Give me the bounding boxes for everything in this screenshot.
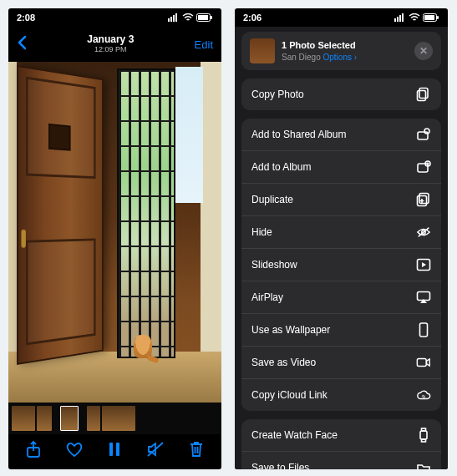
wifi-icon	[182, 13, 194, 22]
trash-button[interactable]	[186, 439, 206, 459]
options-link[interactable]: Options ›	[322, 53, 357, 62]
copy-photo-row[interactable]: Copy Photo	[241, 78, 441, 110]
thumbnail-scrubber[interactable]	[8, 403, 221, 434]
svg-rect-22	[418, 91, 426, 101]
svg-rect-20	[437, 16, 439, 19]
eye-slash-icon	[416, 225, 431, 240]
svg-rect-15	[397, 17, 399, 22]
favorite-button[interactable]	[64, 439, 84, 459]
svg-rect-40	[417, 359, 426, 367]
thumb-next[interactable]	[87, 406, 100, 431]
share-header: 1 Photo Selected San Diego Options › ✕	[241, 32, 441, 70]
status-right	[168, 13, 213, 22]
heart-icon	[65, 441, 84, 458]
thumb-gap	[53, 406, 58, 431]
status-time: 2:06	[243, 13, 262, 23]
row-label: Slideshow	[251, 259, 297, 271]
battery-icon	[196, 13, 213, 22]
shared-album-icon	[416, 127, 431, 142]
row-label: Save to Files	[251, 462, 309, 469]
svg-rect-14	[394, 18, 396, 22]
phone-rect-icon	[416, 322, 431, 337]
back-button[interactable]	[17, 35, 27, 54]
photo-illustration	[8, 62, 221, 403]
watch-icon	[416, 428, 431, 443]
pause-button[interactable]	[104, 439, 124, 459]
battery-icon	[423, 13, 439, 22]
svg-rect-9	[109, 443, 113, 456]
svg-rect-29	[419, 194, 429, 204]
svg-rect-5	[198, 15, 208, 20]
row-label: Add to Album	[251, 161, 311, 173]
date-label: January 3	[27, 34, 195, 45]
svg-rect-2	[173, 15, 175, 22]
watch-face-row[interactable]: Create Watch Face	[241, 419, 441, 451]
svg-rect-10	[116, 443, 119, 456]
save-video-row[interactable]: Save as Video	[241, 346, 441, 378]
row-label: Save as Video	[251, 357, 316, 368]
edit-button[interactable]: Edit	[195, 38, 213, 51]
thumb-next[interactable]	[102, 406, 135, 431]
trash-icon	[189, 441, 204, 458]
svg-marker-41	[427, 359, 430, 366]
row-label: Use as Wallpaper	[251, 324, 330, 336]
selection-title: 1 Photo Selected	[282, 39, 408, 51]
speaker-muted-icon	[146, 441, 165, 458]
svg-rect-39	[420, 323, 428, 337]
share-button[interactable]	[23, 439, 43, 459]
duplicate-row[interactable]: Duplicate	[241, 183, 441, 215]
svg-rect-0	[168, 18, 170, 22]
svg-rect-44	[422, 439, 426, 442]
icloud-link-row[interactable]: Copy iCloud Link	[241, 378, 441, 411]
airplay-row[interactable]: AirPlay	[241, 281, 441, 313]
thumb-cluster[interactable]	[37, 406, 52, 431]
wifi-icon	[409, 13, 420, 22]
close-icon: ✕	[419, 45, 428, 57]
status-bar: 2:08	[8, 8, 221, 27]
photos-detail-view: 2:08 January 3 12:09 PM Edit	[8, 8, 221, 469]
action-section-2: Add to Shared Album Add to Album Duplica…	[241, 119, 441, 411]
share-sheet-view: 2:06 1 Photo Selected San Diego Options …	[235, 8, 448, 469]
photo-date-title: January 3 12:09 PM	[27, 34, 195, 53]
slideshow-row[interactable]: Slideshow	[241, 248, 441, 281]
svg-rect-1	[170, 17, 172, 22]
thumb-current[interactable]	[60, 406, 79, 431]
photo-area[interactable]	[8, 62, 221, 434]
svg-marker-36	[422, 262, 426, 267]
mute-button[interactable]	[145, 439, 165, 459]
photo-main[interactable]	[8, 62, 221, 403]
svg-rect-6	[211, 16, 212, 19]
svg-rect-19	[424, 15, 434, 20]
add-album-row[interactable]: Add to Album	[241, 150, 441, 183]
chevron-left-icon	[17, 35, 27, 50]
bottom-toolbar	[8, 434, 221, 469]
svg-rect-16	[399, 15, 401, 22]
close-button[interactable]: ✕	[414, 42, 433, 60]
thumb-cluster[interactable]	[12, 406, 35, 431]
action-section-3: Create Watch Face Save to Files Assign t…	[241, 419, 441, 469]
svg-rect-21	[419, 89, 428, 99]
row-label: Copy iCloud Link	[251, 389, 328, 401]
add-shared-album-row[interactable]: Add to Shared Album	[241, 119, 441, 150]
play-rect-icon	[416, 257, 431, 272]
row-label: Duplicate	[251, 194, 293, 205]
share-sheet-body[interactable]: 1 Photo Selected San Diego Options › ✕ C…	[235, 27, 448, 469]
svg-rect-17	[402, 13, 404, 22]
row-label: Hide	[251, 226, 272, 238]
status-time: 2:08	[17, 13, 35, 23]
folder-icon	[416, 460, 431, 469]
row-label: AirPlay	[251, 291, 283, 303]
save-files-row[interactable]: Save to Files	[241, 451, 441, 469]
svg-rect-42	[420, 431, 427, 439]
row-label: Add to Shared Album	[251, 129, 346, 140]
hide-row[interactable]: Hide	[241, 215, 441, 248]
nav-header: January 3 12:09 PM Edit	[8, 27, 221, 62]
wallpaper-row[interactable]: Use as Wallpaper	[241, 313, 441, 346]
row-label: Create Watch Face	[251, 429, 338, 441]
duplicate-icon	[416, 192, 431, 207]
status-right	[394, 13, 439, 22]
status-bar: 2:06	[235, 8, 448, 27]
row-label: Copy Photo	[251, 89, 304, 100]
thumb-gap	[80, 406, 85, 431]
selection-location: San Diego	[282, 53, 321, 62]
